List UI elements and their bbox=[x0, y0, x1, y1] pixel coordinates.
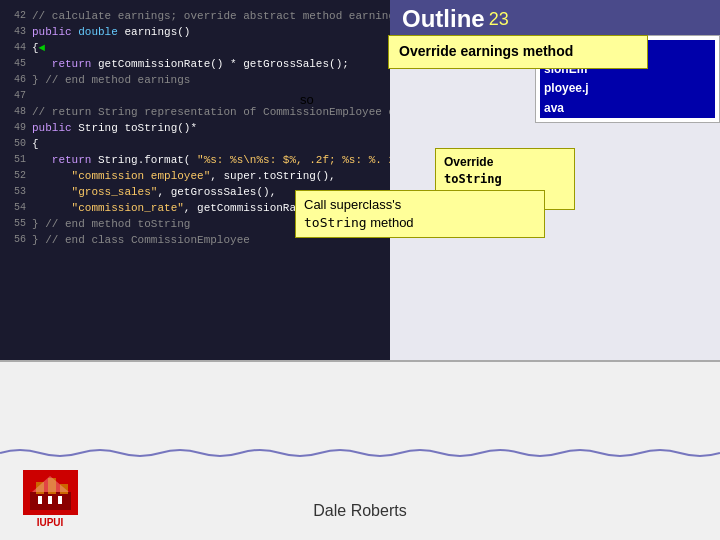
text-so: so bbox=[300, 92, 314, 107]
callout-super-tostring: Call superclass'stoString method (3 of 3… bbox=[295, 190, 545, 238]
code-line-51: 51 return String.format( "%s: %s\n%s: $%… bbox=[4, 152, 382, 168]
svg-rect-7 bbox=[58, 496, 62, 504]
super-tostring-text: Call superclass'stoString method bbox=[304, 197, 414, 230]
code-line-48: 48 // return String representation of Co… bbox=[4, 104, 382, 120]
outline-file-item-3: ployee.j bbox=[540, 79, 715, 99]
arrow-marker-44: ◄ bbox=[39, 40, 46, 56]
outline-file-item-4: ava bbox=[540, 99, 715, 119]
logo-area: IUPUI bbox=[10, 470, 90, 530]
code-line-43: 43 public double earnings() bbox=[4, 24, 382, 40]
code-line-47: 47 bbox=[4, 88, 382, 104]
code-line-46: 46 } // end method earnings bbox=[4, 72, 382, 88]
outline-header: Outline 23 bbox=[390, 0, 720, 38]
code-area: 42 // calculate earnings; override abstr… bbox=[0, 0, 390, 360]
outline-title: Outline bbox=[402, 5, 485, 33]
iupui-logo bbox=[23, 470, 78, 515]
code-line-49: 49 public String toString()* bbox=[4, 120, 382, 136]
code-line-52: 52 "commission employee", super.toString… bbox=[4, 168, 382, 184]
logo-text: IUPUI bbox=[37, 517, 64, 528]
svg-rect-6 bbox=[48, 496, 52, 504]
svg-rect-5 bbox=[38, 496, 42, 504]
code-line-50: 50 { bbox=[4, 136, 382, 152]
decorative-squiggly bbox=[0, 445, 720, 460]
presenter-name: Dale Roberts bbox=[313, 502, 406, 520]
outline-slide-number: 23 bbox=[489, 9, 509, 30]
code-line-45: 45 return getCommissionRate() * getGross… bbox=[4, 56, 382, 72]
callout-override-earnings: Override earnings method bbox=[388, 35, 648, 69]
slide: 42 // calculate earnings; override abstr… bbox=[0, 0, 720, 540]
code-line-42: 42 // calculate earnings; override abstr… bbox=[4, 8, 382, 24]
bottom-area: IUPUI Dale Roberts bbox=[0, 360, 720, 540]
code-line-44: 44 { ◄ bbox=[4, 40, 382, 56]
